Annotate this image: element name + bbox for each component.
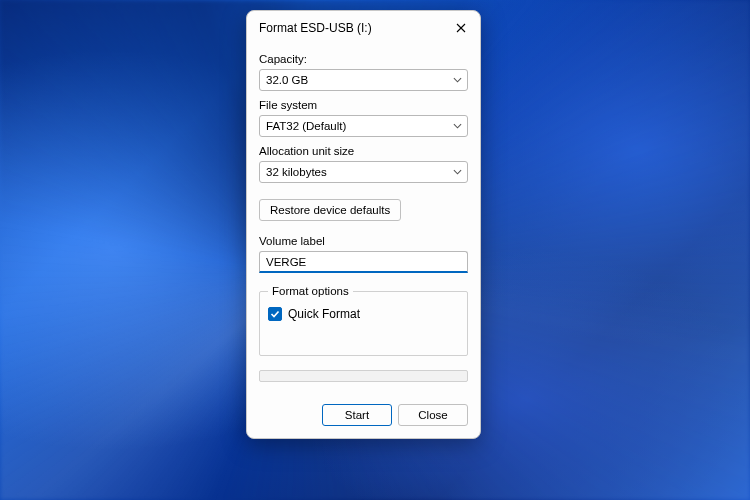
quick-format-label: Quick Format xyxy=(288,307,360,321)
filesystem-label: File system xyxy=(259,99,468,111)
quick-format-row: Quick Format xyxy=(268,307,459,321)
capacity-select[interactable] xyxy=(259,69,468,91)
quick-format-checkbox[interactable] xyxy=(268,307,282,321)
close-button[interactable] xyxy=(452,19,470,37)
check-icon xyxy=(270,309,280,319)
close-icon xyxy=(456,23,466,33)
start-button[interactable]: Start xyxy=(322,404,392,426)
filesystem-select[interactable] xyxy=(259,115,468,137)
restore-defaults-button[interactable]: Restore device defaults xyxy=(259,199,401,221)
allocation-select[interactable] xyxy=(259,161,468,183)
allocation-label: Allocation unit size xyxy=(259,145,468,157)
allocation-field-wrap xyxy=(259,161,468,183)
capacity-label: Capacity: xyxy=(259,53,468,65)
capacity-field-wrap xyxy=(259,69,468,91)
format-progress-bar xyxy=(259,370,468,382)
dialog-button-row: Start Close xyxy=(247,390,480,438)
titlebar: Format ESD-USB (I:) xyxy=(247,11,480,43)
close-button-footer[interactable]: Close xyxy=(398,404,468,426)
volume-label-label: Volume label xyxy=(259,235,468,247)
format-options-fieldset: Format options Quick Format xyxy=(259,285,468,356)
format-options-legend: Format options xyxy=(268,285,353,297)
dialog-content: Capacity: File system Allocation unit si… xyxy=(247,43,480,390)
volume-label-input[interactable] xyxy=(259,251,468,273)
format-dialog: Format ESD-USB (I:) Capacity: File syste… xyxy=(246,10,481,439)
filesystem-field-wrap xyxy=(259,115,468,137)
dialog-title: Format ESD-USB (I:) xyxy=(259,21,372,35)
